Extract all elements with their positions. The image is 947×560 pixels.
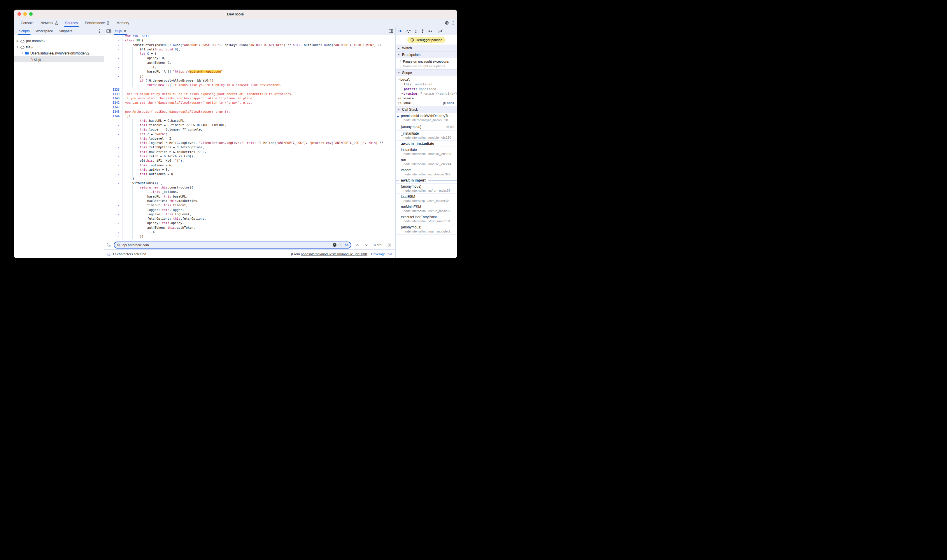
breakpoint-gutter-marker[interactable]: - <box>104 118 123 123</box>
code-line[interactable]: -var Xs0, $F1; <box>104 35 395 38</box>
hide-navigator-icon[interactable] <box>106 29 111 33</box>
line-number[interactable]: 1339 <box>104 92 123 96</box>
stack-frame[interactable]: instantiatenode:internal/m...module_job:… <box>396 147 457 157</box>
code-line[interactable]: -this.authToken = Q <box>104 172 395 176</box>
breakpoint-gutter-marker[interactable]: - <box>104 177 123 181</box>
code-line[interactable]: -...I, <box>104 65 395 69</box>
module-job-link[interactable]: node:internal/modules/esm/module_job:130 <box>301 252 366 256</box>
tree-item-file-[interactable]: ▼file:// <box>14 44 104 50</box>
code-line[interactable]: -authToken: Q, <box>104 61 395 65</box>
line-number[interactable]: 1340 <box>104 96 123 100</box>
code-line[interactable]: -this.logLevel = Z, <box>104 136 395 141</box>
line-number[interactable]: 1342 <box>104 105 123 109</box>
breakpoint-option[interactable]: Pause on caught exceptions <box>398 65 455 68</box>
breakpoint-gutter-marker[interactable]: - <box>104 78 123 83</box>
code-line[interactable]: -return new this.constructor({ <box>104 185 395 190</box>
kebab-menu-icon[interactable] <box>452 21 453 25</box>
breakpoint-gutter-marker[interactable]: - <box>104 83 123 87</box>
sidebar-tab-workspace[interactable]: Workspace <box>32 27 56 35</box>
code-line[interactable]: -this.fetch = G.fetch ?? Fs0(), <box>104 154 395 158</box>
scope-entry-parent[interactable]: parent:undefined <box>396 86 457 91</box>
code-line[interactable]: -fetchOptions: this.fetchOptions, <box>104 217 395 221</box>
stack-frame[interactable]: runnode:internal/m...module_job:214 <box>396 157 457 167</box>
stack-frame[interactable]: executeUserEntryPointnode:internal/m...s… <box>396 214 457 225</box>
code-line[interactable]: 1338 <box>104 88 395 92</box>
code-line[interactable]: -this.maxRetries = G.maxRetries ?? 2, <box>104 150 395 154</box>
close-icon[interactable] <box>123 30 126 32</box>
code-line[interactable]: -if (!G.dangerouslyAllowBrowser && Ys0()… <box>104 78 395 83</box>
breakpoint-gutter-marker[interactable]: - <box>104 52 123 56</box>
sidebar-tab-scripts[interactable]: Scripts <box>16 27 32 35</box>
breakpoint-gutter-marker[interactable]: - <box>104 154 123 158</box>
step-into-icon[interactable] <box>414 29 418 33</box>
breakpoints-section-header[interactable]: ▼ Breakpoints <box>396 51 457 58</box>
tab-console[interactable]: Console <box>17 19 37 27</box>
checkbox[interactable] <box>398 60 401 63</box>
code-line[interactable]: -logger: this.logger, <box>104 208 395 212</box>
code-line[interactable]: -class $8 { <box>104 38 395 43</box>
step-icon[interactable] <box>427 29 432 33</box>
breakpoint-gutter-marker[interactable]: - <box>104 145 123 149</box>
code-line[interactable]: 1339This is disabled by default, as it r… <box>104 92 395 96</box>
stack-frame[interactable]: (anonymous)cli.js:1 <box>396 123 457 131</box>
tree-item-users-jinhuilee-nvm-versions-node-v2-[interactable]: ▼Users/jinhuilee/.nvm/versions/node/v2… <box>14 50 104 56</box>
stack-frame[interactable]: importnode:internal/m...esm/loader:329 <box>396 167 457 177</box>
line-number[interactable]: 1341 <box>104 100 123 105</box>
code-line[interactable]: -authToken: this.authToken, <box>104 226 395 230</box>
search-input[interactable]: api.anthropic.com <box>122 243 331 247</box>
code-line[interactable]: -...A <box>104 230 395 234</box>
breakpoint-gutter-marker[interactable]: - <box>104 123 123 127</box>
chevron-right-icon[interactable]: ▶ <box>398 102 400 104</box>
breakpoint-gutter-marker[interactable]: - <box>104 132 123 136</box>
sidebar-kebab-icon[interactable] <box>99 27 104 35</box>
breakpoint-gutter-marker[interactable]: - <box>104 141 123 145</box>
code-line[interactable]: -apiKey: B, <box>104 56 395 60</box>
code-line[interactable]: -this.logger = G.logger ?? console; <box>104 127 395 132</box>
tab-cli-js[interactable]: cli.js <box>112 27 129 35</box>
code-line[interactable]: -withOptions(A) { <box>104 181 395 185</box>
code-line[interactable]: 1343new Anthropic({ apiKey, dangerouslyA… <box>104 109 395 114</box>
code-line[interactable]: -$F1.set(this, void 0); <box>104 47 395 52</box>
maximize-window-button[interactable] <box>29 12 32 16</box>
chevron-right-icon[interactable]: ▶ <box>398 97 400 99</box>
code-line[interactable]: -o9(this, $F1, Xs0, "f"), <box>104 158 395 163</box>
line-number[interactable]: 1343 <box>104 109 123 114</box>
code-line[interactable]: -this._options = G, <box>104 163 395 168</box>
deactivate-breakpoints-icon[interactable] <box>438 29 443 33</box>
breakpoint-gutter-marker[interactable]: - <box>104 185 123 190</box>
chevron-right-icon[interactable]: ▶ <box>401 92 404 95</box>
chevron-down-icon[interactable]: ▼ <box>21 52 24 54</box>
breakpoint-gutter-marker[interactable]: - <box>104 221 123 225</box>
step-out-icon[interactable] <box>421 29 424 33</box>
stack-frame[interactable]: _instantiatenode:internal/m...module_job… <box>396 131 457 141</box>
tree-item-cli-js[interactable]: cli.js <box>14 56 104 62</box>
breakpoint-gutter-marker[interactable]: - <box>104 47 123 52</box>
breakpoint-gutter-marker[interactable]: - <box>104 65 123 69</box>
toggle-debugger-sidebar-icon[interactable] <box>389 29 393 33</box>
code-line[interactable]: -}; <box>104 74 395 78</box>
replace-toggle-icon[interactable]: A↳B <box>107 243 111 247</box>
breakpoint-gutter-marker[interactable]: - <box>104 203 123 208</box>
callstack-section-header[interactable]: ▼ Call Stack <box>396 106 457 113</box>
scope-group-local[interactable]: ▼Local <box>396 77 457 82</box>
breakpoint-gutter-marker[interactable]: - <box>104 69 123 74</box>
code-line[interactable]: -} <box>104 177 395 181</box>
stack-frame[interactable]: loadESMnode:internal/p.../esm_loader:34 <box>396 194 457 204</box>
scope-entry-promise[interactable]: ▶promise:Promise {<pending>} <box>396 91 457 96</box>
watch-section-header[interactable]: ▶ Watch <box>396 45 457 52</box>
scope-group-closure[interactable]: ▶Closure <box>396 96 457 100</box>
scope-entry-this[interactable]: this:undefined <box>396 82 457 86</box>
close-window-button[interactable] <box>17 12 21 16</box>
breakpoint-option[interactable]: Pause on uncaught exceptions <box>398 60 455 63</box>
code-line[interactable]: -throw new L9(`It looks like you're runn… <box>104 83 395 87</box>
breakpoint-gutter-marker[interactable]: - <box>104 172 123 176</box>
regex-toggle-button[interactable]: (.*) <box>338 243 342 246</box>
code-line[interactable]: 1342 <box>104 105 395 109</box>
tab-sources[interactable]: Sources <box>62 19 81 27</box>
breakpoint-gutter-marker[interactable]: - <box>104 199 123 203</box>
line-number[interactable]: 1338 <box>104 88 123 92</box>
breakpoint-gutter-marker[interactable]: - <box>104 158 123 163</box>
close-search-icon[interactable] <box>387 243 392 247</box>
code-line[interactable]: -apiKey: this.apiKey, <box>104 221 395 225</box>
chevron-right-icon[interactable]: ▶ <box>16 40 19 42</box>
